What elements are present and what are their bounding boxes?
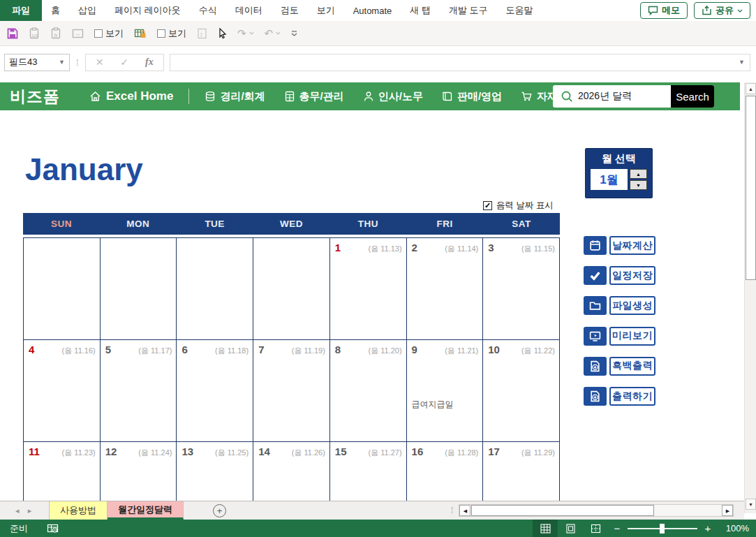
- paste-values-icon[interactable]: 123: [29, 27, 40, 39]
- calendar-cell[interactable]: 9(음 11.21)급여지급일: [407, 340, 484, 442]
- spinner-up-icon[interactable]: ▲: [630, 169, 647, 179]
- horizontal-scroll-thumb[interactable]: [471, 505, 654, 516]
- row-height-icon[interactable]: ↕: [197, 28, 207, 39]
- paste-formulas-icon[interactable]: fx: [50, 27, 61, 39]
- zoom-out-icon[interactable]: −: [608, 522, 626, 534]
- spinner-down-icon[interactable]: ▼: [630, 180, 647, 190]
- banner-nav-label: 인사/노무: [378, 90, 423, 103]
- calendar-cell[interactable]: 1(음 11.13): [330, 238, 407, 340]
- banner-nav-item[interactable]: 경리/회계: [205, 90, 265, 103]
- calendar-cell[interactable]: [101, 238, 177, 340]
- calendar-cell[interactable]: 11(음 11.23): [24, 442, 101, 501]
- add-sheet-icon[interactable]: +: [213, 504, 226, 517]
- save-icon[interactable]: [7, 28, 18, 39]
- view-toggle-2[interactable]: 보기: [157, 27, 186, 40]
- side-button[interactable]: 일정저장: [584, 266, 655, 285]
- calendar-cell[interactable]: 5(음 11.17): [101, 340, 177, 442]
- side-button[interactable]: 파일생성: [584, 296, 655, 315]
- ribbon-tab-1[interactable]: 홈: [42, 0, 69, 21]
- ribbon-tab-9[interactable]: 새 탭: [401, 0, 440, 21]
- folder-icon: [584, 296, 607, 315]
- ribbon-tab-6[interactable]: 검토: [272, 0, 308, 21]
- column-width-icon[interactable]: ↔: [72, 29, 84, 38]
- search-button[interactable]: Search: [671, 85, 714, 108]
- zoom-level[interactable]: 100%: [717, 523, 749, 534]
- page-break-view-button[interactable]: [583, 520, 608, 537]
- calendar-cell[interactable]: [24, 238, 101, 340]
- formula-input[interactable]: [170, 57, 739, 68]
- lunar-checkbox[interactable]: ✓ 음력 날짜 표시: [483, 200, 554, 212]
- zoom-in-icon[interactable]: +: [699, 522, 717, 534]
- calendar-cell[interactable]: 17(음 11.29): [483, 442, 560, 501]
- name-box[interactable]: 필드43 ▼: [4, 54, 70, 71]
- scrollbar-resize-handle[interactable]: ⁞: [451, 506, 453, 515]
- ribbon-tab-2[interactable]: 삽입: [69, 0, 105, 21]
- scroll-up-icon[interactable]: ▲: [746, 83, 756, 94]
- calendar-cell[interactable]: 3(음 11.15): [483, 238, 560, 340]
- calendar-cell[interactable]: 4(음 11.16): [24, 340, 101, 442]
- search-input[interactable]: [578, 91, 671, 102]
- normal-view-button[interactable]: [533, 520, 558, 537]
- calendar-cell[interactable]: 16(음 11.28): [407, 442, 484, 501]
- memo-button[interactable]: 메모: [640, 2, 688, 19]
- scroll-down-icon[interactable]: ▼: [746, 499, 756, 510]
- side-button[interactable]: 미리보기: [584, 327, 655, 346]
- cancel-entry-icon[interactable]: ✕: [96, 57, 104, 68]
- banner-nav-item[interactable]: 인사/노무: [363, 90, 423, 103]
- sheet-tab[interactable]: 월간일정달력: [108, 501, 184, 520]
- calendar-cell[interactable]: 8(음 11.20): [330, 340, 407, 442]
- ribbon-tab-3[interactable]: 페이지 레이아웃: [105, 0, 190, 21]
- weekday-header-thu: THU: [329, 213, 406, 235]
- side-button[interactable]: 날짜계산: [584, 236, 655, 255]
- vertical-scroll-thumb[interactable]: [746, 96, 756, 280]
- calendar-cell[interactable]: 13(음 11.25): [177, 442, 253, 501]
- side-button[interactable]: 출력하기: [584, 387, 655, 406]
- ribbon-tab-8[interactable]: Automate: [344, 0, 401, 21]
- calendar-cell[interactable]: 14(음 11.26): [253, 442, 330, 501]
- banner-nav-item[interactable]: 총무/관리: [284, 90, 344, 103]
- expand-formula-bar-icon[interactable]: ▼: [739, 59, 745, 66]
- month-value-field[interactable]: 1월: [591, 169, 628, 190]
- share-button[interactable]: 공유: [694, 2, 750, 19]
- horizontal-scroll-track[interactable]: ◀ ▶: [459, 504, 734, 517]
- ribbon-tab-5[interactable]: 데이터: [226, 0, 272, 21]
- banner-nav-item[interactable]: 판매/영업: [442, 90, 502, 103]
- excel-home-link[interactable]: Excel Home: [89, 89, 173, 103]
- zoom-slider[interactable]: [628, 528, 697, 529]
- calendar-cell[interactable]: 10(음 11.22): [483, 340, 560, 442]
- ribbon-tab-11[interactable]: 도움말: [497, 0, 542, 21]
- comment-icon: [648, 6, 658, 15]
- macro-record-icon[interactable]: [47, 524, 59, 534]
- search-icon: [561, 90, 573, 103]
- insert-function-icon[interactable]: fx: [145, 57, 154, 68]
- calendar-cell[interactable]: 12(음 11.24): [101, 442, 177, 501]
- ribbon-tab-4[interactable]: 수식: [190, 0, 226, 21]
- calendar-day: 16: [412, 446, 424, 457]
- calendar-cell[interactable]: 7(음 11.19): [253, 340, 330, 442]
- customize-toolbar-icon[interactable]: [291, 31, 297, 36]
- vertical-scrollbar[interactable]: ▲ ▼: [744, 82, 756, 513]
- lock-table-icon[interactable]: [134, 28, 147, 39]
- calendar-cell[interactable]: 2(음 11.14): [407, 238, 484, 340]
- calendar-cell[interactable]: 15(음 11.27): [330, 442, 407, 501]
- sheet-tabs: 사용방법월간일정달력: [49, 501, 184, 520]
- cursor-icon[interactable]: [218, 28, 227, 39]
- sheet-tab[interactable]: 사용방법: [50, 501, 108, 520]
- calendar-cell[interactable]: [177, 238, 253, 340]
- ribbon-tab-7[interactable]: 보기: [308, 0, 344, 21]
- calendar-cell[interactable]: 6(음 11.18): [177, 340, 253, 442]
- confirm-entry-icon[interactable]: ✓: [120, 57, 128, 68]
- side-button[interactable]: 흑백출력: [584, 357, 655, 376]
- ribbon-tab-file[interactable]: 파일: [0, 0, 42, 21]
- scroll-left-icon[interactable]: ◀: [459, 505, 470, 516]
- page-layout-view-button[interactable]: [558, 520, 583, 537]
- undo-icon[interactable]: ↶: [265, 28, 281, 38]
- redo-icon[interactable]: ↷: [237, 28, 254, 38]
- formula-bar-row: 필드43 ▼ ⁞ ✕ ✓ fx ▼: [0, 46, 756, 78]
- view-toggle-1[interactable]: 보기: [94, 27, 124, 40]
- scroll-right-icon[interactable]: ▶: [722, 505, 733, 516]
- sheet-nav-arrows[interactable]: ◂ ▸: [15, 506, 39, 515]
- ribbon-tab-10[interactable]: 개발 도구: [440, 0, 497, 21]
- zoom-slider-thumb[interactable]: [660, 524, 665, 534]
- calendar-cell[interactable]: [253, 238, 330, 340]
